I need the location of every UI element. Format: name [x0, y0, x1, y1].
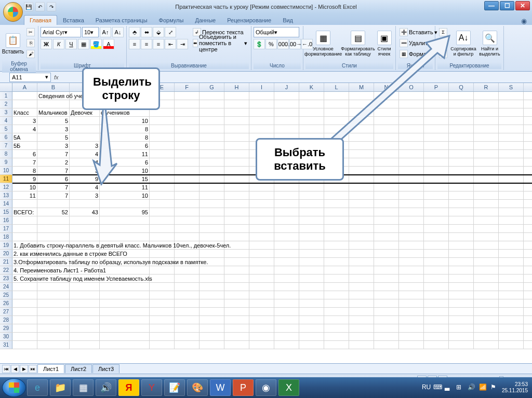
cell[interactable]: 10: [100, 191, 150, 199]
cell[interactable]: [449, 208, 474, 216]
border-button[interactable]: ▦: [78, 39, 89, 49]
cell[interactable]: [37, 283, 70, 291]
cell[interactable]: 11: [12, 191, 37, 199]
cell[interactable]: [449, 183, 474, 191]
merge-center-button[interactable]: ⬌Объединить и поместить в центре ▾: [191, 38, 249, 48]
cell[interactable]: [499, 200, 524, 208]
font-color-button[interactable]: A: [103, 39, 114, 49]
cell[interactable]: [200, 250, 224, 257]
cell[interactable]: [349, 191, 374, 199]
name-box[interactable]: A11▾: [9, 73, 51, 82]
cell[interactable]: [150, 299, 175, 307]
cell[interactable]: [449, 92, 474, 100]
cell[interactable]: 3.Отформатировать таблицу по образцу, ис…: [12, 258, 37, 266]
cell[interactable]: [474, 341, 499, 349]
cell[interactable]: [299, 200, 324, 208]
cell[interactable]: [150, 275, 175, 282]
cell[interactable]: [424, 266, 449, 274]
cell[interactable]: [474, 167, 499, 174]
cell[interactable]: [449, 291, 474, 299]
cell[interactable]: [200, 308, 224, 315]
cell[interactable]: 5. Сохраните таблицу под именем Успеваем…: [12, 275, 37, 282]
column-header[interactable]: S: [499, 83, 524, 91]
ribbon-tab-2[interactable]: Разметка страницы: [90, 15, 153, 25]
qat-undo-icon[interactable]: ↶: [35, 2, 45, 11]
row-header[interactable]: 12: [0, 183, 12, 191]
cell[interactable]: [224, 200, 249, 208]
taskbar-excel-icon[interactable]: X: [278, 379, 299, 396]
cell[interactable]: [449, 341, 474, 349]
row-header[interactable]: 3: [0, 108, 12, 116]
cell[interactable]: [449, 216, 474, 224]
cell[interactable]: [274, 283, 299, 291]
cell[interactable]: [100, 324, 150, 332]
cell[interactable]: [224, 125, 249, 133]
currency-button[interactable]: 💲: [254, 39, 265, 49]
cell[interactable]: [175, 299, 200, 307]
cell[interactable]: [349, 150, 374, 158]
cell[interactable]: Класс: [12, 108, 37, 116]
cell[interactable]: [449, 167, 474, 174]
cell[interactable]: [175, 191, 200, 199]
cell[interactable]: [474, 258, 499, 266]
row-header[interactable]: 24: [0, 283, 12, 291]
grid-row[interactable]: 224. Переименовать Лист1 - Работа1: [0, 266, 532, 275]
cell[interactable]: [399, 233, 424, 241]
sheet-nav-next[interactable]: ▶: [20, 365, 28, 373]
cell[interactable]: [324, 316, 349, 324]
cell[interactable]: [449, 308, 474, 315]
cell[interactable]: [374, 283, 399, 291]
cell[interactable]: [224, 108, 249, 116]
cell[interactable]: [499, 117, 524, 125]
cell[interactable]: [499, 333, 524, 340]
cell[interactable]: [12, 100, 37, 108]
cell[interactable]: [399, 299, 424, 307]
cell[interactable]: [175, 333, 200, 340]
cell[interactable]: [474, 316, 499, 324]
cell[interactable]: [175, 100, 200, 108]
grid-row[interactable]: 18: [0, 233, 532, 241]
cell[interactable]: [249, 250, 274, 257]
cell[interactable]: [100, 316, 150, 324]
cell[interactable]: [349, 216, 374, 224]
cell[interactable]: [37, 316, 70, 324]
grid-row[interactable]: 202. как изменились данные в строке ВСЕГ…: [0, 250, 532, 258]
row-header[interactable]: 18: [0, 233, 12, 241]
cell[interactable]: [12, 92, 37, 100]
cell[interactable]: [449, 283, 474, 291]
cell[interactable]: [449, 175, 474, 183]
cell[interactable]: 5А: [12, 133, 37, 141]
cell[interactable]: [499, 225, 524, 232]
cell[interactable]: [150, 233, 175, 241]
row-header[interactable]: 29: [0, 324, 12, 332]
cell[interactable]: [499, 283, 524, 291]
cell[interactable]: [249, 183, 274, 191]
cell[interactable]: [274, 291, 299, 299]
cell[interactable]: [37, 216, 70, 224]
cell[interactable]: [449, 299, 474, 307]
cell[interactable]: [12, 216, 37, 224]
cell[interactable]: [274, 341, 299, 349]
cell[interactable]: [324, 275, 349, 282]
cell[interactable]: [150, 283, 175, 291]
cell[interactable]: [150, 125, 175, 133]
cell[interactable]: [200, 341, 224, 349]
cell[interactable]: [399, 316, 424, 324]
cell[interactable]: [399, 275, 424, 282]
ribbon-tab-5[interactable]: Рецензирование: [221, 15, 277, 25]
row-header[interactable]: 30: [0, 333, 12, 340]
sort-filter-button[interactable]: A↓Сортировка и фильтр: [450, 27, 477, 60]
increase-decimal-button[interactable]: .00→: [289, 39, 301, 49]
cell[interactable]: [249, 241, 274, 249]
office-button[interactable]: [3, 2, 23, 22]
cell[interactable]: [474, 241, 499, 249]
cell[interactable]: [324, 258, 349, 266]
cell[interactable]: [70, 316, 100, 324]
cell[interactable]: [12, 324, 37, 332]
cell[interactable]: [349, 341, 374, 349]
cell[interactable]: [349, 275, 374, 282]
cell[interactable]: [150, 117, 175, 125]
cell[interactable]: [175, 316, 200, 324]
cell[interactable]: [200, 200, 224, 208]
cell[interactable]: [37, 233, 70, 241]
